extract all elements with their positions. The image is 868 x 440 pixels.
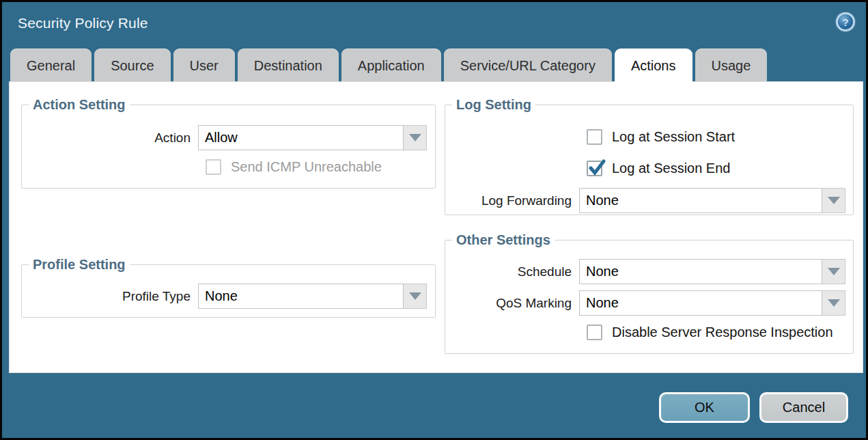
chevron-down-icon — [409, 134, 421, 141]
tab-actions[interactable]: Actions — [615, 49, 692, 82]
schedule-dropdown[interactable]: None — [579, 259, 845, 284]
log-forwarding-label: Log Forwarding — [445, 193, 579, 208]
profile-type-dropdown[interactable]: None — [198, 284, 427, 309]
log-session-start-row: Log at Session Start — [587, 129, 853, 145]
dsri-row: Disable Server Response Inspection — [587, 325, 853, 340]
tab-general[interactable]: General — [10, 49, 92, 82]
log-forwarding-dropdown[interactable]: None — [579, 188, 845, 213]
security-policy-rule-dialog: Security Policy Rule ? General Source Us… — [0, 0, 868, 440]
profile-type-dropdown-value: None — [198, 284, 404, 309]
log-setting-group: Log Setting Log at Session Start Log at … — [445, 97, 854, 215]
tab-usage[interactable]: Usage — [695, 49, 768, 82]
qos-marking-dropdown-value: None — [579, 290, 822, 316]
schedule-dropdown-value: None — [579, 259, 822, 284]
log-session-end-row: Log at Session End — [587, 161, 853, 176]
schedule-dropdown-button[interactable] — [822, 259, 845, 284]
chevron-down-icon — [409, 292, 421, 300]
action-setting-group: Action Setting Action Allow Send ICMP Un… — [21, 97, 436, 189]
log-session-start-checkbox[interactable] — [587, 129, 602, 145]
qos-marking-dropdown-button[interactable] — [822, 290, 845, 316]
profile-type-row: Profile Type None — [22, 284, 435, 309]
send-icmp-label: Send ICMP Unreachable — [231, 159, 382, 175]
action-dropdown-value: Allow — [198, 125, 404, 150]
dsri-label: Disable Server Response Inspection — [612, 325, 833, 340]
schedule-row: Schedule None — [445, 259, 853, 284]
tab-bar: General Source User Destination Applicat… — [10, 49, 858, 82]
help-icon[interactable]: ? — [836, 12, 855, 31]
tab-destination[interactable]: Destination — [238, 49, 339, 82]
qos-marking-dropdown[interactable]: None — [579, 290, 845, 316]
ok-button[interactable]: OK — [659, 392, 750, 423]
log-session-end-checkbox[interactable] — [587, 161, 602, 176]
dsri-checkbox[interactable] — [587, 325, 602, 340]
other-settings-title: Other Settings — [452, 232, 555, 248]
tab-service-url-category[interactable]: Service/URL Category — [444, 49, 612, 82]
schedule-label: Schedule — [445, 264, 579, 279]
send-icmp-checkbox[interactable] — [206, 159, 221, 175]
action-label: Action — [22, 130, 198, 146]
profile-type-dropdown-button[interactable] — [404, 284, 427, 309]
log-session-end-label: Log at Session End — [612, 161, 730, 176]
tab-user[interactable]: User — [173, 49, 235, 82]
action-dropdown[interactable]: Allow — [198, 125, 427, 150]
profile-setting-group: Profile Setting Profile Type None — [21, 257, 436, 318]
other-settings-group: Other Settings Schedule None QoS Marking… — [445, 232, 854, 354]
log-session-start-label: Log at Session Start — [612, 129, 735, 145]
log-forwarding-row: Log Forwarding None — [445, 188, 853, 213]
chevron-down-icon — [828, 197, 840, 204]
action-setting-title: Action Setting — [29, 97, 130, 113]
chevron-down-icon — [828, 268, 840, 275]
title-bar: Security Policy Rule ? — [2, 2, 866, 46]
qos-marking-row: QoS Marking None — [445, 290, 853, 316]
profile-type-label: Profile Type — [22, 289, 198, 304]
action-row: Action Allow — [22, 125, 435, 150]
chevron-down-icon — [828, 299, 840, 307]
actions-tab-panel: Action Setting Action Allow Send ICMP Un… — [9, 81, 863, 373]
send-icmp-checkbox-row: Send ICMP Unreachable — [206, 159, 435, 175]
tab-application[interactable]: Application — [341, 49, 441, 82]
qos-marking-label: QoS Marking — [445, 296, 579, 311]
log-forwarding-dropdown-value: None — [579, 188, 822, 213]
dialog-title: Security Policy Rule — [18, 15, 148, 31]
action-dropdown-button[interactable] — [404, 125, 427, 150]
cancel-button[interactable]: Cancel — [759, 392, 848, 423]
tab-source[interactable]: Source — [94, 49, 170, 82]
log-forwarding-dropdown-button[interactable] — [822, 188, 845, 213]
log-setting-title: Log Setting — [452, 97, 535, 113]
profile-setting-title: Profile Setting — [29, 257, 130, 273]
